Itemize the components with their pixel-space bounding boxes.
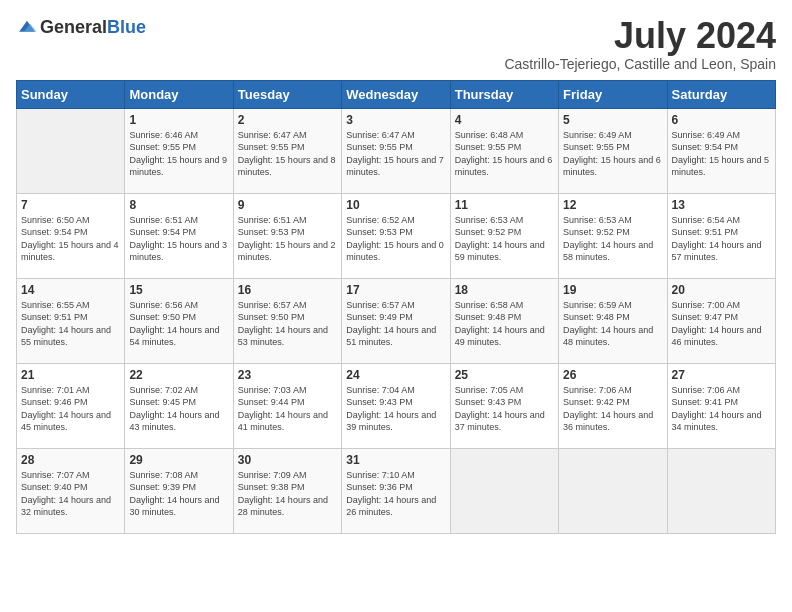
- calendar-cell: 10Sunrise: 6:52 AMSunset: 9:53 PMDayligh…: [342, 193, 450, 278]
- calendar-cell: 8Sunrise: 6:51 AMSunset: 9:54 PMDaylight…: [125, 193, 233, 278]
- subtitle: Castrillo-Tejeriego, Castille and Leon, …: [504, 56, 776, 72]
- calendar-cell: 14Sunrise: 6:55 AMSunset: 9:51 PMDayligh…: [17, 278, 125, 363]
- week-row-3: 14Sunrise: 6:55 AMSunset: 9:51 PMDayligh…: [17, 278, 776, 363]
- calendar-cell: 31Sunrise: 7:10 AMSunset: 9:36 PMDayligh…: [342, 448, 450, 533]
- day-info: Sunrise: 7:10 AMSunset: 9:36 PMDaylight:…: [346, 470, 436, 518]
- logo-text: GeneralBlue: [40, 17, 146, 38]
- calendar-cell: 6Sunrise: 6:49 AMSunset: 9:54 PMDaylight…: [667, 108, 775, 193]
- calendar-cell: 11Sunrise: 6:53 AMSunset: 9:52 PMDayligh…: [450, 193, 558, 278]
- day-number: 18: [455, 283, 554, 297]
- day-info: Sunrise: 6:57 AMSunset: 9:49 PMDaylight:…: [346, 300, 436, 348]
- day-info: Sunrise: 6:53 AMSunset: 9:52 PMDaylight:…: [563, 215, 653, 263]
- calendar-cell: 28Sunrise: 7:07 AMSunset: 9:40 PMDayligh…: [17, 448, 125, 533]
- header-day-thursday: Thursday: [450, 80, 558, 108]
- calendar-cell: [450, 448, 558, 533]
- day-number: 14: [21, 283, 120, 297]
- calendar-cell: 12Sunrise: 6:53 AMSunset: 9:52 PMDayligh…: [559, 193, 667, 278]
- day-number: 5: [563, 113, 662, 127]
- day-info: Sunrise: 6:59 AMSunset: 9:48 PMDaylight:…: [563, 300, 653, 348]
- calendar-cell: 4Sunrise: 6:48 AMSunset: 9:55 PMDaylight…: [450, 108, 558, 193]
- header-day-tuesday: Tuesday: [233, 80, 341, 108]
- day-number: 17: [346, 283, 445, 297]
- calendar-cell: 7Sunrise: 6:50 AMSunset: 9:54 PMDaylight…: [17, 193, 125, 278]
- page-header: GeneralBlue July 2024 Castrillo-Tejerieg…: [16, 16, 776, 72]
- day-info: Sunrise: 6:49 AMSunset: 9:54 PMDaylight:…: [672, 130, 770, 178]
- month-title: July 2024: [504, 16, 776, 56]
- calendar-body: 1Sunrise: 6:46 AMSunset: 9:55 PMDaylight…: [17, 108, 776, 533]
- day-info: Sunrise: 7:01 AMSunset: 9:46 PMDaylight:…: [21, 385, 111, 433]
- day-number: 26: [563, 368, 662, 382]
- day-number: 11: [455, 198, 554, 212]
- day-number: 6: [672, 113, 771, 127]
- day-number: 10: [346, 198, 445, 212]
- day-info: Sunrise: 6:48 AMSunset: 9:55 PMDaylight:…: [455, 130, 553, 178]
- day-number: 7: [21, 198, 120, 212]
- header-day-friday: Friday: [559, 80, 667, 108]
- day-info: Sunrise: 7:04 AMSunset: 9:43 PMDaylight:…: [346, 385, 436, 433]
- day-info: Sunrise: 6:49 AMSunset: 9:55 PMDaylight:…: [563, 130, 661, 178]
- calendar-cell: 23Sunrise: 7:03 AMSunset: 9:44 PMDayligh…: [233, 363, 341, 448]
- calendar-cell: 18Sunrise: 6:58 AMSunset: 9:48 PMDayligh…: [450, 278, 558, 363]
- day-number: 16: [238, 283, 337, 297]
- week-row-2: 7Sunrise: 6:50 AMSunset: 9:54 PMDaylight…: [17, 193, 776, 278]
- calendar-cell: 2Sunrise: 6:47 AMSunset: 9:55 PMDaylight…: [233, 108, 341, 193]
- calendar-cell: 13Sunrise: 6:54 AMSunset: 9:51 PMDayligh…: [667, 193, 775, 278]
- header-row: SundayMondayTuesdayWednesdayThursdayFrid…: [17, 80, 776, 108]
- day-number: 4: [455, 113, 554, 127]
- calendar-cell: 27Sunrise: 7:06 AMSunset: 9:41 PMDayligh…: [667, 363, 775, 448]
- calendar-cell: 22Sunrise: 7:02 AMSunset: 9:45 PMDayligh…: [125, 363, 233, 448]
- calendar-cell: 19Sunrise: 6:59 AMSunset: 9:48 PMDayligh…: [559, 278, 667, 363]
- day-number: 2: [238, 113, 337, 127]
- day-info: Sunrise: 6:53 AMSunset: 9:52 PMDaylight:…: [455, 215, 545, 263]
- day-number: 3: [346, 113, 445, 127]
- day-info: Sunrise: 7:07 AMSunset: 9:40 PMDaylight:…: [21, 470, 111, 518]
- day-number: 22: [129, 368, 228, 382]
- day-info: Sunrise: 7:03 AMSunset: 9:44 PMDaylight:…: [238, 385, 328, 433]
- day-info: Sunrise: 7:06 AMSunset: 9:41 PMDaylight:…: [672, 385, 762, 433]
- day-info: Sunrise: 7:00 AMSunset: 9:47 PMDaylight:…: [672, 300, 762, 348]
- calendar-cell: 1Sunrise: 6:46 AMSunset: 9:55 PMDaylight…: [125, 108, 233, 193]
- day-number: 27: [672, 368, 771, 382]
- logo-blue: Blue: [107, 17, 146, 37]
- calendar-cell: [667, 448, 775, 533]
- calendar-cell: 24Sunrise: 7:04 AMSunset: 9:43 PMDayligh…: [342, 363, 450, 448]
- day-number: 8: [129, 198, 228, 212]
- header-day-sunday: Sunday: [17, 80, 125, 108]
- day-number: 12: [563, 198, 662, 212]
- calendar-cell: [559, 448, 667, 533]
- day-number: 29: [129, 453, 228, 467]
- day-info: Sunrise: 6:55 AMSunset: 9:51 PMDaylight:…: [21, 300, 111, 348]
- header-day-monday: Monday: [125, 80, 233, 108]
- day-info: Sunrise: 7:05 AMSunset: 9:43 PMDaylight:…: [455, 385, 545, 433]
- day-number: 19: [563, 283, 662, 297]
- calendar-cell: 17Sunrise: 6:57 AMSunset: 9:49 PMDayligh…: [342, 278, 450, 363]
- day-info: Sunrise: 7:06 AMSunset: 9:42 PMDaylight:…: [563, 385, 653, 433]
- calendar-cell: 30Sunrise: 7:09 AMSunset: 9:38 PMDayligh…: [233, 448, 341, 533]
- week-row-1: 1Sunrise: 6:46 AMSunset: 9:55 PMDaylight…: [17, 108, 776, 193]
- day-number: 20: [672, 283, 771, 297]
- calendar-cell: 25Sunrise: 7:05 AMSunset: 9:43 PMDayligh…: [450, 363, 558, 448]
- day-number: 15: [129, 283, 228, 297]
- day-info: Sunrise: 6:57 AMSunset: 9:50 PMDaylight:…: [238, 300, 328, 348]
- day-number: 1: [129, 113, 228, 127]
- day-info: Sunrise: 6:51 AMSunset: 9:54 PMDaylight:…: [129, 215, 227, 263]
- day-info: Sunrise: 6:50 AMSunset: 9:54 PMDaylight:…: [21, 215, 119, 263]
- day-info: Sunrise: 7:08 AMSunset: 9:39 PMDaylight:…: [129, 470, 219, 518]
- day-info: Sunrise: 6:47 AMSunset: 9:55 PMDaylight:…: [346, 130, 444, 178]
- day-number: 28: [21, 453, 120, 467]
- day-number: 21: [21, 368, 120, 382]
- calendar-cell: 9Sunrise: 6:51 AMSunset: 9:53 PMDaylight…: [233, 193, 341, 278]
- day-info: Sunrise: 6:47 AMSunset: 9:55 PMDaylight:…: [238, 130, 336, 178]
- calendar-cell: 29Sunrise: 7:08 AMSunset: 9:39 PMDayligh…: [125, 448, 233, 533]
- calendar-cell: 3Sunrise: 6:47 AMSunset: 9:55 PMDaylight…: [342, 108, 450, 193]
- calendar-header: SundayMondayTuesdayWednesdayThursdayFrid…: [17, 80, 776, 108]
- header-day-saturday: Saturday: [667, 80, 775, 108]
- day-number: 25: [455, 368, 554, 382]
- day-info: Sunrise: 6:58 AMSunset: 9:48 PMDaylight:…: [455, 300, 545, 348]
- logo-general: General: [40, 17, 107, 37]
- day-number: 23: [238, 368, 337, 382]
- day-info: Sunrise: 7:02 AMSunset: 9:45 PMDaylight:…: [129, 385, 219, 433]
- logo-icon: [16, 16, 38, 38]
- title-area: July 2024 Castrillo-Tejeriego, Castille …: [504, 16, 776, 72]
- calendar-cell: 15Sunrise: 6:56 AMSunset: 9:50 PMDayligh…: [125, 278, 233, 363]
